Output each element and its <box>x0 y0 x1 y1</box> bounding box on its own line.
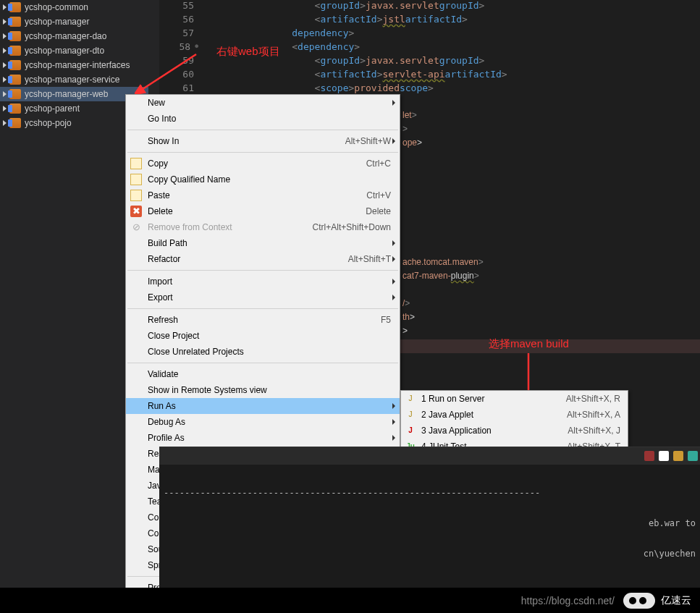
menu-profile-as[interactable]: Profile As <box>126 430 400 446</box>
console-panel: ----------------------------------------… <box>159 447 700 588</box>
project-icon <box>9 75 21 85</box>
menu-close-unrelated-projects[interactable]: Close Unrelated Projects <box>126 344 400 360</box>
project-ycshop-manager[interactable]: ycshop-manager <box>0 14 148 29</box>
submenu-arrow-icon <box>392 240 395 246</box>
menu-label: Debug As <box>148 417 391 427</box>
menu-label: Show in Remote Systems view <box>148 385 391 395</box>
expand-icon[interactable] <box>3 33 7 39</box>
code-line[interactable]: <groupId>javax.servletgroupId> <box>201 0 507 14</box>
close-icon[interactable] <box>644 451 654 461</box>
lock-icon[interactable] <box>673 451 683 461</box>
code-fragment: th> <box>402 312 415 326</box>
project-label: ycshop-parent <box>25 103 80 114</box>
submenu-label: 2 Java Applet <box>421 410 567 420</box>
submenu-shortcut: Alt+Shift+X, A <box>567 410 620 420</box>
java-icon: J <box>405 425 416 436</box>
project-ycshop-manager-dto[interactable]: ycshop-manager-dto <box>0 43 148 58</box>
project-label: ycshop-manager-dao <box>25 31 106 41</box>
runas-1-run-on-server[interactable]: J1 Run on ServerAlt+Shift+X, R <box>401 391 628 407</box>
project-label: ycshop-common <box>25 2 88 12</box>
expand-icon[interactable] <box>3 19 7 25</box>
project-icon <box>9 89 21 99</box>
expand-icon[interactable] <box>3 77 7 83</box>
project-label: ycshop-manager-web <box>25 89 108 99</box>
menu-separator <box>127 152 398 153</box>
menu-label: Build Path <box>148 238 391 248</box>
menu-shortcut: Delete <box>366 206 391 216</box>
pin-icon[interactable] <box>659 451 669 461</box>
menu-refresh[interactable]: RefreshF5 <box>126 312 400 328</box>
code-fragment: ache.tomcat.maven> <box>402 257 484 271</box>
project-label: ycshop-manager-service <box>25 75 119 85</box>
menu-separator <box>127 308 398 309</box>
menu-label: Import <box>148 276 391 287</box>
menu-go-into[interactable]: Go Into <box>126 111 400 127</box>
runas-3-java-application[interactable]: J3 Java ApplicationAlt+Shift+X, J <box>401 423 628 439</box>
menu-separator <box>127 363 398 363</box>
menu-label: Delete <box>148 206 366 216</box>
menu-label: New <box>148 98 391 108</box>
menu-icon[interactable] <box>688 451 698 461</box>
project-ycshop-manager-service[interactable]: ycshop-manager-service <box>0 72 148 87</box>
submenu-arrow-icon <box>392 279 395 284</box>
code-area[interactable]: <groupId>javax.servletgroupId> <artifact… <box>201 0 507 96</box>
project-label: ycshop-pojo <box>25 118 72 128</box>
menu-delete[interactable]: ✖DeleteDelete <box>126 203 400 219</box>
submenu-arrow-icon <box>392 100 395 106</box>
menu-validate[interactable]: Validate <box>126 366 400 382</box>
server-icon: J <box>405 393 416 405</box>
menu-export[interactable]: Export <box>126 289 400 305</box>
expand-icon[interactable] <box>3 106 7 111</box>
code-line[interactable]: <artifactId>jstlartifactId> <box>201 14 507 28</box>
menu-label: Refactor <box>148 254 348 264</box>
menu-close-project[interactable]: Close Project <box>126 328 400 344</box>
delete-icon: ✖ <box>130 206 142 217</box>
expand-icon[interactable] <box>3 62 7 68</box>
submenu-shortcut: Alt+Shift+X, R <box>566 394 620 404</box>
code-line[interactable]: dependency> <box>201 28 507 41</box>
line-gutter: 55565758596061 <box>159 0 201 96</box>
expand-icon[interactable] <box>3 91 7 97</box>
menu-shortcut: Alt+Shift+T <box>348 254 391 264</box>
console-toolbar[interactable] <box>159 447 700 465</box>
code-line[interactable]: <artifactId>servlet-apiartifactId> <box>201 69 507 83</box>
project-ycshop-manager-interfaces[interactable]: ycshop-manager-interfaces <box>0 58 148 72</box>
copy-icon <box>130 158 142 169</box>
project-icon <box>9 2 21 12</box>
menu-copy[interactable]: CopyCtrl+C <box>126 156 400 172</box>
menu-run-as[interactable]: Run As <box>126 398 400 414</box>
project-ycshop-common[interactable]: ycshop-common <box>0 0 148 14</box>
menu-label: Copy <box>148 158 366 169</box>
runas-2-java-applet[interactable]: J2 Java AppletAlt+Shift+X, A <box>401 407 628 423</box>
code-line[interactable]: <groupId>javax.servletgroupId> <box>201 55 507 69</box>
copy-icon <box>130 174 142 185</box>
submenu-arrow-icon <box>392 435 395 441</box>
menu-paste[interactable]: PasteCtrl+V <box>126 187 400 203</box>
expand-icon[interactable] <box>3 4 7 10</box>
menu-show-in[interactable]: Show InAlt+Shift+W <box>126 133 400 149</box>
remove-icon: ⊘ <box>130 221 142 233</box>
menu-label: Remove from Context <box>148 222 313 232</box>
menu-debug-as[interactable]: Debug As <box>126 414 400 430</box>
menu-new[interactable]: New <box>126 95 400 111</box>
project-ycshop-manager-dao[interactable]: ycshop-manager-dao <box>0 29 148 43</box>
menu-label: Copy Qualified Name <box>148 174 391 185</box>
menu-build-path[interactable]: Build Path <box>126 235 400 251</box>
console-output: ----------------------------------------… <box>159 465 700 582</box>
menu-label: Close Unrelated Projects <box>148 347 391 357</box>
menu-refactor[interactable]: RefactorAlt+Shift+T <box>126 251 400 267</box>
submenu-arrow-icon <box>392 403 395 409</box>
menu-label: Show In <box>148 136 345 146</box>
footer-url: https://blog.csdn.net/ <box>521 595 615 606</box>
menu-show-in-remote-systems-view[interactable]: Show in Remote Systems view <box>126 382 400 398</box>
code-fragment: cat7-maven-plugin> <box>402 271 479 284</box>
expand-icon[interactable] <box>3 120 7 126</box>
menu-separator <box>127 270 398 271</box>
code-line[interactable]: <dependency> <box>201 41 507 55</box>
menu-label: Run As <box>148 401 391 411</box>
menu-copy-qualified-name[interactable]: Copy Qualified Name <box>126 172 400 187</box>
menu-shortcut: Ctrl+C <box>366 158 391 169</box>
expand-icon[interactable] <box>3 48 7 54</box>
menu-label: Refresh <box>148 315 381 325</box>
menu-import[interactable]: Import <box>126 274 400 289</box>
